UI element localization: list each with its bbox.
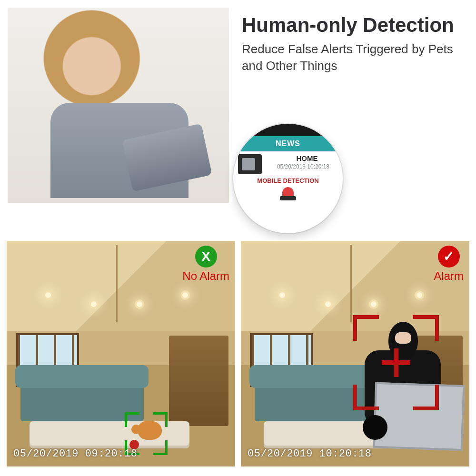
notification-row: HOME 05/20/2019 10:20:18	[233, 151, 343, 174]
camera-timestamp-right: 05/20/2019 10:20:18	[248, 448, 371, 460]
check-icon: ✓	[438, 246, 460, 268]
marketing-graphic: Human-only Detection Reduce False Alerts…	[0, 0, 476, 476]
status-alarm: ✓ Alarm	[434, 246, 464, 283]
notification-thumbnail	[238, 154, 262, 174]
notification-timestamp: 05/20/2019 10:20:18	[266, 163, 338, 170]
cat-icon	[138, 421, 162, 440]
panel-no-alarm: X No Alarm 05/20/2019 09:20:18	[7, 241, 235, 466]
camera-timestamp-left: 05/20/2019 09:20:18	[13, 448, 137, 460]
x-icon: X	[195, 246, 217, 268]
notification-location: HOME	[266, 154, 338, 162]
headline-subtitle: Reduce False Alerts Triggered by Pets an…	[242, 41, 466, 74]
status-label-alarm: Alarm	[434, 269, 464, 283]
news-banner: NEWS	[233, 136, 343, 151]
notification-bubble: NEWS HOME 05/20/2019 10:20:18 MOBILE DET…	[233, 124, 343, 233]
status-label-no-alarm: No Alarm	[182, 269, 229, 283]
siren-icon	[280, 187, 296, 200]
headline-title: Human-only Detection	[242, 14, 466, 36]
crosshair-icon	[382, 348, 410, 377]
panel-alarm: ✓ Alarm 05/20/2019 10:20:18	[241, 241, 469, 466]
headline-block: Human-only Detection Reduce False Alerts…	[242, 14, 466, 74]
detection-bracket-human	[353, 315, 439, 410]
bubble-top-strip	[233, 124, 343, 136]
status-no-alarm: X No Alarm	[182, 246, 229, 283]
notification-type: MOBILE DETECTION	[233, 177, 343, 184]
hero-photo-woman-phone	[8, 8, 229, 203]
notification-meta: HOME 05/20/2019 10:20:18	[266, 154, 338, 170]
